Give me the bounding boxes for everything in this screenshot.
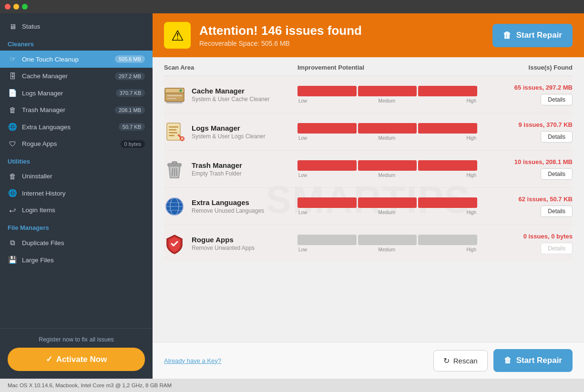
cache-manager-details-button[interactable]: Details (541, 94, 573, 105)
minimize-button[interactable] (13, 4, 19, 10)
rogue-apps-text: Rogue Apps Remove Unwanted Apps (192, 236, 255, 251)
alert-banner: ⚠ Attention! 146 issues found Recoverabl… (153, 13, 584, 57)
table-row: Trash Manager Empty Trash Folder Low Med… (164, 151, 573, 188)
bar-label-high: High (466, 98, 476, 103)
logs-manager-details-button[interactable]: Details (541, 131, 573, 143)
table-row: Cache Manager System & User Cache Cleane… (164, 76, 573, 113)
main-content: ⚠ Attention! 146 issues found Recoverabl… (153, 13, 584, 379)
cache-manager-result: 65 issues, 297.2 MB Details (477, 84, 573, 105)
cache-manager-desc: System & User Cache Cleaner (192, 96, 269, 103)
header-scan-area: Scan Area (164, 64, 297, 71)
sidebar-item-extra-languages[interactable]: 🌐 Extra Languages 50.7 KB (0, 118, 153, 135)
title-bar (0, 0, 584, 13)
trash-manager-text: Trash Manager Empty Trash Folder (192, 161, 242, 177)
bar-segment (358, 123, 417, 134)
sidebar-item-status[interactable]: 🖥 Status (0, 18, 153, 35)
sidebar-bottom: Register now to fix all issues ✓ Activat… (0, 328, 153, 379)
sidebar-item-trash-manager[interactable]: 🗑 Trash Manager 208.1 MB (0, 102, 153, 118)
bar-label-high: High (466, 135, 476, 141)
logs-manager-label: Logs Manager (22, 90, 111, 97)
sidebar-content: 🖥 Status Cleaners ☞ One Touch Cleanup 50… (0, 13, 153, 328)
extra-languages-label: Extra Languages (22, 124, 114, 131)
fullscreen-button[interactable] (22, 4, 28, 10)
sidebar-item-uninstaller[interactable]: 🗑 Uninstaller (0, 168, 153, 185)
trash-manager-bar: Low Medium High (297, 160, 477, 178)
cache-manager-result-text: 65 issues, 297.2 MB (514, 84, 573, 91)
bar-segment (297, 86, 357, 96)
logs-manager-result-text: 9 issues, 370.7 KB (519, 121, 573, 128)
rogue-apps-bar: Low Medium High (297, 235, 477, 252)
warning-icon: ⚠ (171, 27, 184, 44)
trash-manager-name: Trash Manager (192, 161, 242, 169)
login-items-label: Login Items (22, 206, 145, 214)
alert-title: Attention! 146 issues found (199, 23, 484, 38)
bar-label-medium: Medium (379, 247, 396, 252)
sidebar-item-one-touch-cleanup[interactable]: ☞ One Touch Cleanup 505.6 MB (0, 51, 153, 68)
bar-segment (358, 235, 417, 245)
table-header: Scan Area Improvement Potential Issue(s)… (164, 57, 573, 76)
bar-label-medium: Medium (379, 173, 396, 178)
already-key-link[interactable]: Already have a Key? (164, 357, 221, 364)
svg-rect-9 (169, 132, 177, 134)
extra-languages-name: Extra Languages (192, 198, 264, 206)
svg-rect-4 (167, 98, 176, 99)
bar-segment (418, 197, 477, 208)
trash-manager-info: Trash Manager Empty Trash Folder (164, 159, 297, 180)
sidebar-item-logs-manager[interactable]: 📄 Logs Manager 370.7 KB (0, 84, 153, 102)
cleaners-section-label: Cleaners (0, 35, 153, 51)
sidebar-item-login-items[interactable]: ⮐ Login Items (0, 202, 153, 218)
bar-segment (297, 160, 357, 171)
trash-manager-desc: Empty Trash Folder (192, 170, 242, 177)
sidebar-item-large-files[interactable]: 💾 Large Files (0, 251, 153, 268)
register-text: Register now to fix all issues (8, 336, 145, 343)
rescan-label: Rescan (453, 357, 478, 365)
large-files-label: Large Files (22, 257, 145, 264)
sidebar-item-internet-history[interactable]: 🌐 Internet History (0, 185, 153, 202)
bar-segment (418, 123, 477, 134)
status-bar-text: Mac OS X 10.14.6, Macbook, Intel Core m3… (8, 382, 172, 388)
svg-rect-5 (166, 102, 183, 103)
sidebar-item-rogue-apps[interactable]: 🛡 Rogue Apps 0 bytes (0, 135, 153, 152)
svg-rect-3 (167, 95, 182, 96)
sidebar-item-duplicate-files[interactable]: ⧉ Duplicate Files (0, 234, 153, 251)
hand-pointer-icon: ☞ (8, 55, 17, 63)
trash-manager-label: Trash Manager (22, 106, 110, 113)
traffic-lights (5, 4, 28, 10)
login-icon: ⮐ (8, 206, 17, 214)
rogue-apps-label: Rogue Apps (22, 140, 116, 147)
logs-manager-desc: System & User Logs Cleaner (192, 133, 266, 140)
rogue-apps-details-button: Details (541, 243, 573, 254)
start-repair-label-top: Start Repair (516, 31, 562, 40)
alert-subtitle: Recoverable Space: 505.6 MB (199, 40, 484, 47)
logs-manager-text: Logs Manager System & User Logs Cleaner (192, 124, 266, 140)
trash-manager-details-button[interactable]: Details (541, 168, 573, 180)
shield-icon: 🛡 (8, 140, 17, 148)
bar-label-low: Low (298, 98, 307, 103)
alert-text: Attention! 146 issues found Recoverable … (199, 23, 484, 47)
extra-languages-desc: Remove Unused Languages (192, 207, 264, 214)
start-repair-button-top[interactable]: 🗑 Start Repair (492, 24, 573, 47)
start-repair-button-bottom[interactable]: 🗑 Start Repair (493, 349, 573, 372)
rescan-button[interactable]: ↻ Rescan (433, 350, 488, 371)
header-issues: Issue(s) Found (477, 64, 573, 71)
trash-manager-badge: 208.1 MB (115, 106, 145, 114)
extra-languages-result: 62 issues, 50.7 KB Details (477, 196, 573, 217)
sidebar-item-cache-manager[interactable]: 🗄 Cache Manager 297.2 MB (0, 68, 153, 84)
bar-label-high: High (466, 210, 476, 215)
activate-now-button[interactable]: ✓ Activate Now (8, 348, 145, 371)
sidebar-status-label: Status (22, 23, 145, 30)
close-button[interactable] (5, 4, 10, 10)
svg-rect-13 (172, 162, 177, 164)
bar-labels: Low Medium High (297, 98, 477, 103)
cache-manager-label: Cache Manager (22, 72, 110, 80)
rogue-apps-name: Rogue Apps (192, 236, 255, 244)
bar-labels: Low Medium High (297, 173, 477, 178)
uninstaller-icon: 🗑 (8, 172, 17, 180)
sidebar: 🖥 Status Cleaners ☞ One Touch Cleanup 50… (0, 13, 153, 379)
internet-icon: 🌐 (8, 189, 17, 197)
extra-languages-details-button[interactable]: Details (541, 206, 573, 217)
bar-segment (418, 160, 477, 171)
one-touch-cleanup-label: One Touch Cleanup (22, 56, 110, 63)
activate-label: Activate Now (56, 355, 107, 364)
app-body: 🖥 Status Cleaners ☞ One Touch Cleanup 50… (0, 13, 584, 379)
